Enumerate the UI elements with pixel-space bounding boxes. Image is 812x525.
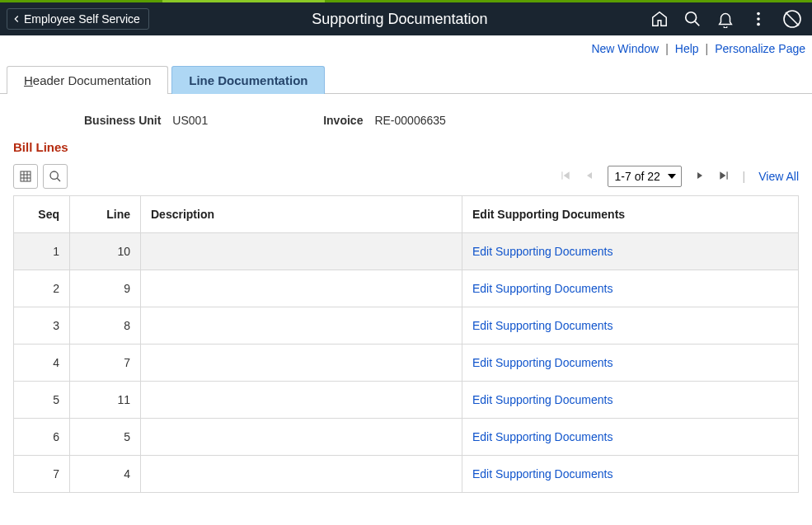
last-page-button[interactable] xyxy=(718,170,730,184)
form-area: Business Unit US001 Invoice RE-00006635 xyxy=(0,94,812,137)
svg-point-0 xyxy=(686,12,697,23)
home-icon xyxy=(650,10,669,28)
cell-line: 5 xyxy=(70,419,141,455)
business-unit-field: Business Unit US001 xyxy=(84,114,208,127)
grid-toolbar: 1-7 of 22 | View All xyxy=(0,157,812,195)
table-row: 29Edit Supporting Documents xyxy=(14,270,799,307)
cell-description xyxy=(141,307,462,344)
grid-icon xyxy=(19,170,32,183)
back-button-label: Employee Self Service xyxy=(24,12,140,26)
sublink-separator: | xyxy=(665,42,669,55)
cell-seq: 7 xyxy=(14,456,70,492)
view-all-link[interactable]: View All xyxy=(758,170,799,183)
prev-page-button xyxy=(584,170,594,183)
col-seq[interactable]: Seq xyxy=(14,196,70,232)
table-row: 38Edit Supporting Documents xyxy=(14,307,799,345)
edit-supporting-documents-link[interactable]: Edit Supporting Documents xyxy=(472,430,613,443)
edit-supporting-documents-link[interactable]: Edit Supporting Documents xyxy=(472,282,613,295)
col-line[interactable]: Line xyxy=(70,196,141,232)
svg-line-1 xyxy=(695,21,699,26)
notifications-button[interactable] xyxy=(716,10,735,28)
table-row: 511Edit Supporting Documents xyxy=(14,382,799,419)
tab-accesskey: H xyxy=(24,73,33,87)
cell-description xyxy=(141,345,462,381)
cell-description xyxy=(141,233,462,270)
invoice-field: Invoice RE-00006635 xyxy=(323,114,446,127)
actions-menu-button[interactable] xyxy=(749,10,767,28)
edit-supporting-documents-link[interactable]: Edit Supporting Documents xyxy=(472,356,613,369)
bill-lines-heading: Bill Lines xyxy=(0,137,812,157)
col-edit-supporting-documents[interactable]: Edit Supporting Documents xyxy=(462,196,799,232)
tab-line-documentation[interactable]: Line Documentation xyxy=(171,66,325,94)
cell-edit: Edit Supporting Documents xyxy=(462,419,799,455)
help-link[interactable]: Help xyxy=(675,42,699,55)
cell-line: 10 xyxy=(70,233,141,270)
cell-description xyxy=(141,419,462,455)
edit-supporting-documents-link[interactable]: Edit Supporting Documents xyxy=(472,319,613,332)
back-button[interactable]: Employee Self Service xyxy=(7,8,149,30)
business-unit-value: US001 xyxy=(172,114,208,127)
invoice-value: RE-00006635 xyxy=(374,114,445,127)
compass-icon xyxy=(782,9,802,29)
cell-line: 4 xyxy=(70,456,141,492)
edit-supporting-documents-link[interactable]: Edit Supporting Documents xyxy=(472,467,613,480)
cell-description xyxy=(141,456,462,492)
bell-icon xyxy=(716,10,735,28)
svg-marker-15 xyxy=(563,171,569,179)
grid-header-row: Seq Line Description Edit Supporting Doc… xyxy=(14,196,799,233)
grid-find-button[interactable] xyxy=(43,164,68,189)
edit-supporting-documents-link[interactable]: Edit Supporting Documents xyxy=(472,393,613,406)
invoice-label: Invoice xyxy=(323,114,363,127)
svg-point-12 xyxy=(50,171,58,179)
page-title: Supporting Documentation xyxy=(149,11,650,28)
grid-pager: 1-7 of 22 | View All xyxy=(560,166,799,187)
last-page-icon xyxy=(718,170,730,181)
table-row: 110Edit Supporting Documents xyxy=(14,233,799,270)
cell-seq: 6 xyxy=(14,419,70,455)
svg-rect-19 xyxy=(726,171,727,179)
business-unit-label: Business Unit xyxy=(84,114,161,127)
header-actions xyxy=(650,9,805,29)
cell-edit: Edit Supporting Documents xyxy=(462,270,799,307)
svg-rect-7 xyxy=(21,171,31,181)
tab-header-documentation[interactable]: Header Documentation xyxy=(7,66,168,94)
first-page-icon xyxy=(560,170,571,181)
svg-point-3 xyxy=(757,17,760,21)
search-icon xyxy=(683,10,702,28)
tab-bar: Header Documentation Line Documentation xyxy=(0,65,812,94)
app-header: Employee Self Service Supporting Documen… xyxy=(0,2,812,35)
cell-edit: Edit Supporting Documents xyxy=(462,382,799,418)
cell-description xyxy=(141,382,462,418)
cell-edit: Edit Supporting Documents xyxy=(462,345,799,381)
pager-separator: | xyxy=(743,170,746,183)
cell-seq: 2 xyxy=(14,270,70,307)
first-page-button xyxy=(560,170,571,184)
navbar-button[interactable] xyxy=(782,9,802,29)
grid-settings-button[interactable] xyxy=(13,164,38,189)
svg-point-2 xyxy=(757,12,760,16)
table-row: 47Edit Supporting Documents xyxy=(14,345,799,382)
home-button[interactable] xyxy=(650,10,669,28)
cell-seq: 3 xyxy=(14,307,70,344)
table-row: 74Edit Supporting Documents xyxy=(14,456,799,492)
search-button[interactable] xyxy=(683,10,702,28)
new-window-link[interactable]: New Window xyxy=(591,42,659,55)
cell-edit: Edit Supporting Documents xyxy=(462,456,799,492)
svg-line-13 xyxy=(57,178,60,181)
svg-rect-14 xyxy=(561,171,562,179)
cell-seq: 4 xyxy=(14,345,70,381)
cell-line: 7 xyxy=(70,345,141,381)
edit-supporting-documents-link[interactable]: Edit Supporting Documents xyxy=(472,245,613,258)
col-description[interactable]: Description xyxy=(141,196,462,232)
next-page-button[interactable] xyxy=(695,170,705,183)
personalize-page-link[interactable]: Personalize Page xyxy=(715,42,805,55)
cell-line: 9 xyxy=(70,270,141,307)
cell-description xyxy=(141,270,462,307)
cell-seq: 1 xyxy=(14,233,70,270)
cell-edit: Edit Supporting Documents xyxy=(462,233,799,270)
svg-marker-16 xyxy=(587,172,592,179)
page-range-select[interactable]: 1-7 of 22 xyxy=(608,166,682,187)
svg-marker-17 xyxy=(697,172,702,179)
tab-label-rest: eader Documentation xyxy=(33,73,151,87)
page-sublinks: New Window | Help | Personalize Page xyxy=(0,35,812,59)
